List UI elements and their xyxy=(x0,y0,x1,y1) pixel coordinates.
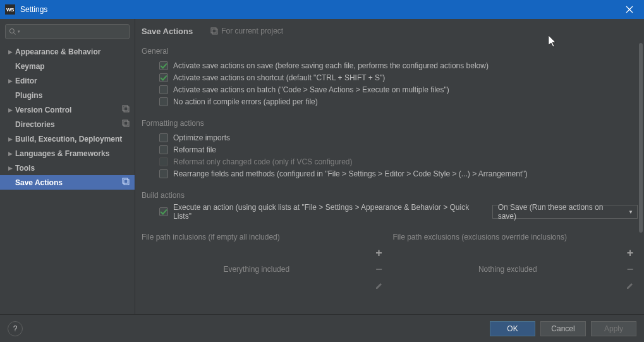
sidebar-item-label: Directories xyxy=(15,120,122,129)
exclusions-label: File path exclusions (exclusions overrid… xyxy=(393,233,638,241)
main-scrollbar[interactable] xyxy=(639,43,643,233)
close-icon xyxy=(626,6,633,13)
sidebar: ▾ ▶ Appearance & Behavior Keymap ▶ Edito… xyxy=(0,19,135,314)
checkbox[interactable] xyxy=(159,207,168,216)
checkbox-label: No action if compile errors (applied per… xyxy=(173,97,318,106)
sidebar-item-label: Version Control xyxy=(15,106,122,114)
scrollbar-thumb[interactable] xyxy=(639,43,643,233)
cancel-button[interactable]: Cancel xyxy=(540,321,586,336)
svg-rect-4 xyxy=(123,106,128,111)
search-input-wrap[interactable]: ▾ xyxy=(5,24,130,39)
sidebar-item-appearance-behavior[interactable]: ▶ Appearance & Behavior xyxy=(0,44,135,59)
checkbox-label: Activate save actions on shortcut (defau… xyxy=(173,73,385,82)
sidebar-item-directories[interactable]: Directories xyxy=(0,117,135,131)
checkbox-row[interactable]: Activate save actions on shortcut (defau… xyxy=(142,71,638,83)
project-scope-icon xyxy=(210,27,218,35)
pencil-icon xyxy=(375,282,383,290)
sidebar-item-build-execution-deployment[interactable]: ▶ Build, Execution, Deployment xyxy=(0,131,135,146)
sidebar-item-label: Keymap xyxy=(15,62,130,71)
sidebar-item-label: Plugins xyxy=(15,91,130,100)
remove-inclusion-button[interactable]: − xyxy=(374,264,384,274)
checkbox-label: Reformat file xyxy=(173,145,216,154)
search-input[interactable] xyxy=(21,27,129,36)
chevron-right-icon: ▶ xyxy=(5,136,15,142)
exclusions-empty-text: Nothing excluded xyxy=(478,265,537,274)
checkbox-row[interactable]: Reformat file xyxy=(142,144,638,156)
svg-rect-10 xyxy=(211,28,216,33)
remove-exclusion-button[interactable]: − xyxy=(625,264,635,274)
checkbox[interactable] xyxy=(159,145,168,154)
sidebar-item-label: Save Actions xyxy=(15,178,122,187)
apply-button[interactable]: Apply xyxy=(591,321,636,336)
inclusions-list[interactable]: Everything included xyxy=(142,245,372,293)
settings-main: Save Actions For current project General… xyxy=(135,19,644,314)
edit-inclusion-button[interactable] xyxy=(374,281,384,291)
window-title: Settings xyxy=(20,5,620,14)
checkbox-label: Rearrange fields and methods (configured… xyxy=(173,169,527,178)
section-formatting-title: Formatting actions xyxy=(142,119,638,128)
checkbox-row[interactable]: Activate save actions on batch ("Code > … xyxy=(142,83,638,95)
project-scope-icon xyxy=(122,105,130,114)
svg-rect-11 xyxy=(212,29,217,34)
checkbox-row[interactable]: Rearrange fields and methods (configured… xyxy=(142,168,638,180)
chevron-right-icon: ▶ xyxy=(5,107,15,113)
sidebar-item-label: Languages & Frameworks xyxy=(15,149,130,158)
checkbox xyxy=(159,157,168,166)
sidebar-item-label: Appearance & Behavior xyxy=(15,47,130,56)
app-icon: WS xyxy=(5,4,15,15)
sidebar-item-keymap[interactable]: Keymap xyxy=(0,59,135,73)
checkbox[interactable] xyxy=(159,73,168,82)
help-button[interactable]: ? xyxy=(8,321,23,336)
exclusions-list[interactable]: Nothing excluded xyxy=(393,245,623,293)
checkbox-label: Optimize imports xyxy=(173,133,230,142)
search-options-icon[interactable]: ▾ xyxy=(18,29,20,34)
project-scope-icon xyxy=(122,178,130,187)
svg-rect-6 xyxy=(123,120,128,125)
checkbox[interactable] xyxy=(159,85,168,94)
checkbox-label: Activate save actions on batch ("Code > … xyxy=(173,85,449,94)
svg-rect-5 xyxy=(124,107,129,112)
sidebar-item-save-actions[interactable]: Save Actions xyxy=(0,175,135,190)
sidebar-item-label: Tools xyxy=(15,164,130,173)
checkbox-row[interactable]: Execute an action (using quick lists at … xyxy=(142,204,638,220)
add-inclusion-button[interactable]: + xyxy=(374,248,384,258)
search-icon xyxy=(9,28,16,35)
checkbox-row[interactable]: No action if compile errors (applied per… xyxy=(142,95,638,107)
titlebar: WS Settings xyxy=(0,0,644,19)
sidebar-item-languages-frameworks[interactable]: ▶ Languages & Frameworks xyxy=(0,146,135,161)
select-value: On Save (Run these actions on save) xyxy=(498,203,622,221)
svg-rect-9 xyxy=(124,180,129,185)
breadcrumb: Save Actions xyxy=(142,27,193,36)
project-scope-icon xyxy=(122,119,130,129)
checkbox-label: Activate save actions on save (before sa… xyxy=(173,61,489,70)
chevron-right-icon: ▶ xyxy=(5,150,15,157)
checkbox-label: Execute an action (using quick lists at … xyxy=(173,203,485,221)
inclusions-empty-text: Everything included xyxy=(223,265,289,274)
add-exclusion-button[interactable]: + xyxy=(625,248,635,258)
chevron-right-icon: ▶ xyxy=(5,49,15,55)
pencil-icon xyxy=(626,282,634,290)
checkbox-row[interactable]: Activate save actions on save (before sa… xyxy=(142,59,638,71)
sidebar-item-editor[interactable]: ▶ Editor xyxy=(0,73,135,88)
checkbox[interactable] xyxy=(159,61,168,70)
svg-rect-7 xyxy=(124,121,129,126)
sidebar-item-plugins[interactable]: Plugins xyxy=(0,88,135,102)
checkbox[interactable] xyxy=(159,97,168,106)
chevron-right-icon: ▶ xyxy=(5,165,15,171)
main-header: Save Actions For current project xyxy=(135,19,644,43)
checkbox[interactable] xyxy=(159,169,168,178)
sidebar-item-version-control[interactable]: ▶ Version Control xyxy=(0,102,135,117)
settings-tree: ▶ Appearance & Behavior Keymap ▶ Editor … xyxy=(0,44,135,314)
edit-exclusion-button[interactable] xyxy=(625,281,635,291)
window-close-button[interactable] xyxy=(620,0,639,19)
checkbox-label: Reformat only changed code (only if VCS … xyxy=(173,157,352,166)
sidebar-item-tools[interactable]: ▶ Tools xyxy=(0,161,135,175)
quick-list-select[interactable]: On Save (Run these actions on save) ▼ xyxy=(492,205,638,219)
checkbox-row: Reformat only changed code (only if VCS … xyxy=(142,156,638,168)
sidebar-item-label: Editor xyxy=(15,76,130,85)
ok-button[interactable]: OK xyxy=(490,321,535,336)
checkbox-row[interactable]: Optimize imports xyxy=(142,131,638,144)
checkbox[interactable] xyxy=(159,133,168,142)
inclusions-label: File path inclusions (if empty all inclu… xyxy=(142,233,387,241)
section-general-title: General xyxy=(142,47,638,56)
